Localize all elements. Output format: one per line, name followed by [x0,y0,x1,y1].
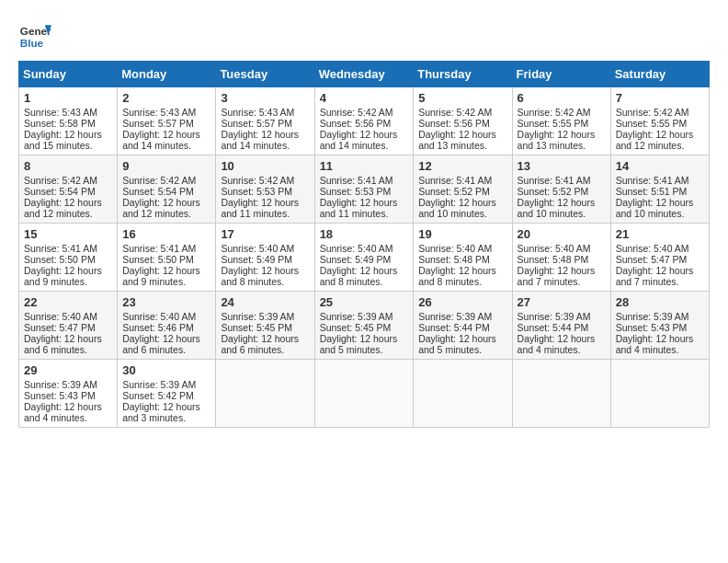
day-info-line: and 12 minutes. [616,140,704,151]
day-info-line: Daylight: 12 hours [122,129,210,140]
day-number: 4 [320,91,409,105]
day-info-line: Sunrise: 5:42 AM [518,107,606,118]
day-info-line: Sunset: 5:57 PM [122,118,210,129]
day-number: 5 [418,91,506,105]
week-row-3: 15Sunrise: 5:41 AMSunset: 5:50 PMDayligh… [19,224,710,292]
day-info-line: Sunset: 5:55 PM [616,118,704,129]
header-thursday: Thursday [414,62,512,87]
day-number: 12 [418,159,506,173]
day-info-line: and 10 minutes. [518,208,606,219]
day-info-line: Daylight: 12 hours [221,265,309,276]
day-info-line: Sunrise: 5:41 AM [518,175,606,186]
day-number: 29 [24,363,112,377]
day-info-line: and 11 minutes. [221,208,309,219]
day-info-line: Sunrise: 5:39 AM [616,311,704,322]
day-info-line: Daylight: 12 hours [518,129,606,140]
page-header: General Blue [18,18,710,52]
day-info-line: Sunrise: 5:41 AM [320,175,409,186]
day-info-line: Sunset: 5:53 PM [221,186,309,197]
day-cell-empty-3 [414,360,512,428]
day-info-line: Sunset: 5:45 PM [221,322,309,333]
day-cell-empty-4 [512,360,610,428]
day-info-line: Sunrise: 5:40 AM [320,243,409,254]
day-number: 13 [518,159,606,173]
day-info-line: Sunrise: 5:41 AM [122,243,210,254]
day-cell-empty-1 [216,360,314,428]
week-row-5: 29Sunrise: 5:39 AMSunset: 5:43 PMDayligh… [19,360,710,428]
day-number: 23 [122,295,210,309]
day-info-line: Daylight: 12 hours [616,333,704,344]
day-info-line: Daylight: 12 hours [616,129,704,140]
day-info-line: Sunset: 5:45 PM [320,322,409,333]
day-cell-5: 5Sunrise: 5:42 AMSunset: 5:56 PMDaylight… [414,87,512,155]
day-cell-8: 8Sunrise: 5:42 AMSunset: 5:54 PMDaylight… [19,155,118,224]
day-info-line: Sunrise: 5:40 AM [24,311,112,322]
day-info-line: Sunrise: 5:40 AM [616,243,704,254]
day-info-line: Daylight: 12 hours [518,265,606,276]
day-info-line: Sunrise: 5:40 AM [418,243,506,254]
day-info-line: Daylight: 12 hours [122,265,210,276]
day-info-line: Sunset: 5:43 PM [24,390,112,401]
day-number: 15 [24,227,112,241]
day-cell-12: 12Sunrise: 5:41 AMSunset: 5:52 PMDayligh… [414,155,512,224]
day-info-line: Sunset: 5:58 PM [24,118,112,129]
day-cell-9: 9Sunrise: 5:42 AMSunset: 5:54 PMDaylight… [118,155,216,224]
day-info-line: Daylight: 12 hours [616,197,704,208]
day-info-line: Sunrise: 5:42 AM [221,175,309,186]
day-info-line: Daylight: 12 hours [221,197,309,208]
day-info-line: and 13 minutes. [418,140,506,151]
day-info-line: Sunrise: 5:40 AM [518,243,606,254]
day-number: 25 [320,295,409,309]
day-info-line: and 7 minutes. [518,276,606,287]
day-info-line: Sunset: 5:43 PM [616,322,704,333]
day-cell-1: 1Sunrise: 5:43 AMSunset: 5:58 PMDaylight… [19,87,118,155]
day-number: 30 [122,363,210,377]
day-info-line: and 13 minutes. [518,140,606,151]
day-info-line: and 6 minutes. [221,344,309,355]
day-number: 3 [221,91,309,105]
day-info-line: Sunrise: 5:41 AM [616,175,704,186]
day-info-line: Sunrise: 5:42 AM [418,107,506,118]
day-info-line: Sunset: 5:46 PM [122,322,210,333]
day-number: 19 [418,227,506,241]
day-cell-21: 21Sunrise: 5:40 AMSunset: 5:47 PMDayligh… [610,224,709,292]
day-info-line: Daylight: 12 hours [320,265,409,276]
day-cell-10: 10Sunrise: 5:42 AMSunset: 5:53 PMDayligh… [216,155,314,224]
day-number: 7 [616,91,704,105]
day-info-line: Daylight: 12 hours [418,333,506,344]
day-info-line: Sunset: 5:52 PM [518,186,606,197]
day-info-line: Sunset: 5:50 PM [122,254,210,265]
day-info-line: Daylight: 12 hours [418,197,506,208]
day-number: 9 [122,159,210,173]
day-info-line: and 9 minutes. [122,276,210,287]
day-cell-7: 7Sunrise: 5:42 AMSunset: 5:55 PMDaylight… [610,87,709,155]
day-info-line: Sunset: 5:50 PM [24,254,112,265]
day-info-line: Sunrise: 5:39 AM [24,379,112,390]
day-info-line: and 5 minutes. [418,344,506,355]
day-info-line: Sunrise: 5:42 AM [24,175,112,186]
day-info-line: Sunset: 5:53 PM [320,186,409,197]
day-info-line: Sunset: 5:44 PM [418,322,506,333]
day-cell-25: 25Sunrise: 5:39 AMSunset: 5:45 PMDayligh… [314,292,414,360]
calendar-table: Sunday Monday Tuesday Wednesday Thursday… [18,61,710,428]
day-info-line: Sunrise: 5:41 AM [24,243,112,254]
day-info-line: and 15 minutes. [24,140,112,151]
day-info-line: Daylight: 12 hours [518,333,606,344]
day-info-line: Daylight: 12 hours [418,265,506,276]
day-cell-11: 11Sunrise: 5:41 AMSunset: 5:53 PMDayligh… [314,155,414,224]
day-info-line: Sunset: 5:49 PM [221,254,309,265]
day-number: 28 [616,295,704,309]
header-wednesday: Wednesday [314,62,414,87]
day-cell-empty-5 [610,360,709,428]
day-info-line: Sunset: 5:57 PM [221,118,309,129]
day-cell-24: 24Sunrise: 5:39 AMSunset: 5:45 PMDayligh… [216,292,314,360]
day-cell-27: 27Sunrise: 5:39 AMSunset: 5:44 PMDayligh… [512,292,610,360]
day-cell-empty-2 [314,360,414,428]
day-cell-18: 18Sunrise: 5:40 AMSunset: 5:49 PMDayligh… [314,224,414,292]
day-info-line: Sunrise: 5:41 AM [418,175,506,186]
day-info-line: Daylight: 12 hours [24,401,112,412]
day-info-line: Sunset: 5:54 PM [24,186,112,197]
day-info-line: Sunrise: 5:43 AM [221,107,309,118]
day-info-line: Sunset: 5:48 PM [518,254,606,265]
day-info-line: and 14 minutes. [221,140,309,151]
